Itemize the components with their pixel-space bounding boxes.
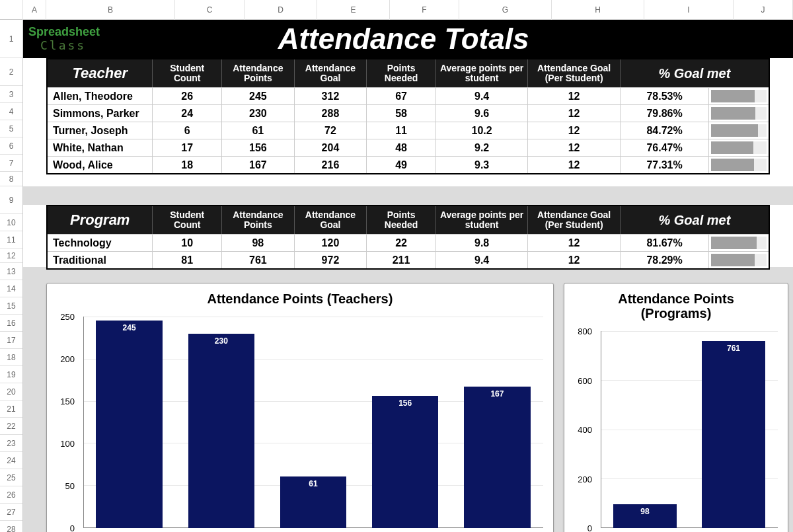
table-cell[interactable]: 12 [528,252,620,268]
table-cell[interactable]: 120 [295,235,367,251]
table-cell[interactable]: Technology [48,235,153,251]
column-header[interactable]: I [644,0,734,20]
table-cell[interactable]: Traditional [48,252,153,268]
row-header[interactable]: 7 [0,155,22,172]
programs-chart[interactable]: Attendance Points (Programs) Attendance … [564,283,788,532]
column-header[interactable]: J [734,0,793,20]
teacher-table[interactable]: TeacherStudent CountAttendance PointsAtt… [46,58,770,174]
table-cell[interactable]: 79.86% [621,105,710,122]
row-header[interactable]: 16 [0,315,22,332]
chart-bar[interactable]: 61 [280,476,346,528]
column-header[interactable]: E [317,0,390,20]
table-cell[interactable]: 24 [153,105,222,122]
table-cell[interactable]: 98 [222,235,295,251]
chart-bar[interactable]: 761 [702,341,765,528]
row-header[interactable]: 28 [0,521,22,532]
table-cell[interactable]: 12 [528,105,620,122]
table-cell[interactable]: 48 [367,139,436,156]
table-cell[interactable]: 761 [222,252,295,268]
table-cell[interactable]: White, Nathan [48,139,153,156]
table-cell[interactable]: 9.4 [436,88,528,104]
row-header[interactable]: 2 [0,58,22,86]
table-cell[interactable]: 12 [528,122,620,139]
chart-bar[interactable]: 245 [96,321,162,528]
column-header[interactable]: G [459,0,552,20]
table-cell[interactable]: 10.2 [436,122,528,139]
teachers-chart[interactable]: Attendance Points (Teachers) 05010015020… [46,283,554,532]
table-cell[interactable]: 78.29% [621,252,710,268]
table-cell[interactable]: Turner, Joseph [48,122,153,139]
table-cell[interactable]: 9.6 [436,105,528,122]
chart-bar[interactable]: 167 [464,387,530,528]
sparkbar-cell[interactable] [709,122,769,139]
table-cell[interactable]: 9.8 [436,235,528,251]
row-header[interactable]: 17 [0,332,22,349]
table-cell[interactable]: 245 [222,88,295,104]
column-header[interactable]: A [23,0,46,20]
row-header[interactable]: 22 [0,418,22,435]
program-table[interactable]: ProgramStudent CountAttendance PointsAtt… [46,205,770,270]
table-cell[interactable]: 216 [295,157,367,173]
row-header[interactable]: 24 [0,452,22,469]
row-header[interactable]: 20 [0,383,22,400]
table-cell[interactable]: 12 [528,139,620,156]
column-header[interactable]: D [245,0,317,20]
table-cell[interactable]: 81 [153,252,222,268]
chart-bar[interactable]: 156 [372,396,438,528]
row-header[interactable]: 11 [0,231,22,248]
column-header[interactable]: C [175,0,245,20]
row-header[interactable]: 3 [0,86,22,103]
table-cell[interactable]: 9.2 [436,139,528,156]
row-header[interactable]: 6 [0,137,22,155]
table-cell[interactable]: Wood, Alice [48,157,153,173]
table-cell[interactable]: 12 [528,235,620,251]
table-cell[interactable]: 26 [153,88,222,104]
chart-bar[interactable]: 230 [188,334,254,528]
table-row[interactable]: Simmons, Parker24230288589.61279.86% [48,104,769,122]
table-cell[interactable]: 78.53% [621,88,710,104]
table-cell[interactable]: 67 [367,88,436,104]
table-cell[interactable]: 288 [295,105,367,122]
table-cell[interactable]: 312 [295,88,367,104]
table-cell[interactable]: 156 [222,139,295,156]
table-cell[interactable]: 10 [153,235,222,251]
table-cell[interactable]: 81.67% [621,235,710,251]
table-row[interactable]: Turner, Joseph661721110.21284.72% [48,122,769,139]
table-cell[interactable]: 230 [222,105,295,122]
row-header[interactable]: 14 [0,280,22,297]
row-header[interactable]: 4 [0,103,22,120]
row-header[interactable]: 18 [0,349,22,366]
table-cell[interactable]: 84.72% [621,122,710,139]
row-header[interactable]: 10 [0,214,22,231]
table-cell[interactable]: 76.47% [621,139,710,156]
table-cell[interactable]: 17 [153,139,222,156]
column-header[interactable]: H [552,0,644,20]
table-cell[interactable]: 167 [222,157,295,173]
row-header[interactable]: 19 [0,366,22,383]
chart-bar[interactable]: 98 [613,504,677,529]
sparkbar-cell[interactable] [709,252,769,268]
row-header[interactable]: 9 [0,186,22,214]
row-header[interactable]: 15 [0,297,22,315]
table-cell[interactable]: 9.4 [436,252,528,268]
table-cell[interactable]: 22 [367,235,436,251]
table-row[interactable]: Wood, Alice18167216499.31277.31% [48,156,769,173]
row-header[interactable]: 8 [0,172,22,186]
table-cell[interactable]: 972 [295,252,367,268]
row-header[interactable]: 26 [0,486,22,504]
column-header[interactable]: F [390,0,459,20]
table-cell[interactable]: 11 [367,122,436,139]
table-cell[interactable]: 18 [153,157,222,173]
column-header[interactable]: B [46,0,175,20]
table-cell[interactable]: 204 [295,139,367,156]
table-cell[interactable]: 211 [367,252,436,268]
table-row[interactable]: Technology1098120229.81281.67% [48,234,769,251]
row-header[interactable]: 1 [0,20,22,58]
table-row[interactable]: Allen, Theodore26245312679.41278.53% [48,87,769,104]
row-header[interactable]: 25 [0,469,22,486]
row-header[interactable]: 27 [0,504,22,521]
table-cell[interactable]: 12 [528,88,620,104]
sparkbar-cell[interactable] [709,139,769,156]
table-row[interactable]: Traditional817619722119.41278.29% [48,251,769,268]
table-cell[interactable]: 72 [295,122,367,139]
